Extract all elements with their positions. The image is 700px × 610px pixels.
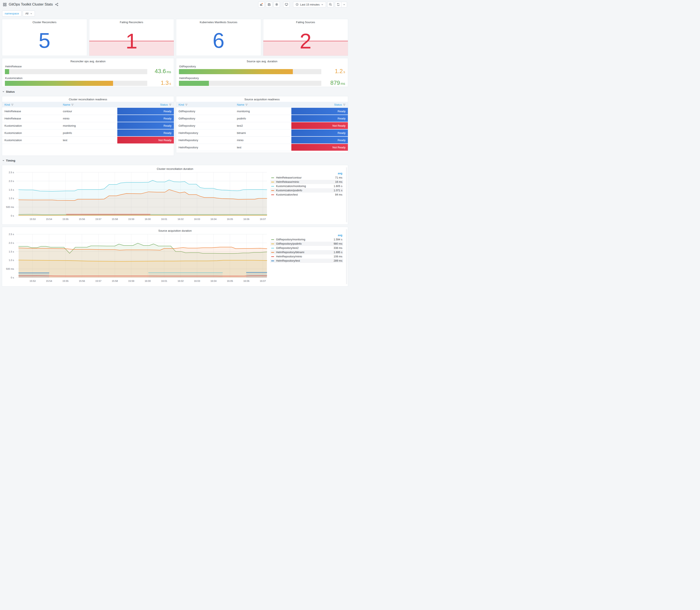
legend-avg-value: 980 ms	[333, 242, 342, 245]
legend-item[interactable]: GitRepository/podinfo980 ms	[270, 242, 343, 246]
legend-item[interactable]: HelmRepository/test289 ms	[270, 259, 343, 263]
y-axis-tick: 2.5 s	[9, 171, 14, 174]
cell-kind: GitRepository	[176, 115, 234, 122]
panel-scrollbar[interactable]	[346, 229, 347, 284]
cell-status: Not Ready	[291, 144, 348, 151]
column-header-name[interactable]: Name	[61, 102, 117, 108]
x-axis-tick: 15:54	[46, 280, 52, 282]
column-header-status[interactable]: Status	[291, 102, 348, 108]
column-header-status[interactable]: Status	[117, 102, 174, 108]
x-axis-tick: 16:03	[194, 280, 200, 282]
apps-grid-icon[interactable]	[3, 3, 6, 6]
legend-item[interactable]: HelmRepository/bitnami1.695 s	[270, 250, 343, 254]
panel-title[interactable]: Source acquisition readiness	[176, 96, 348, 101]
legend-item[interactable]: Kustomization/podinfo1.071 s	[270, 188, 343, 193]
chevron-down-icon	[321, 3, 323, 6]
table-row: HelmRepositorybitnamiReady	[176, 129, 348, 137]
time-range-label: Last 15 minutes	[300, 3, 320, 6]
legend-item[interactable]: HelmRelease/contour71 ms	[270, 176, 343, 180]
panel-title[interactable]: Failing Reconcilers	[89, 19, 174, 24]
gauge-rows: HelmRelease43.6msKustomization1.3s	[5, 65, 171, 86]
section-header-timing[interactable]: Timing	[2, 158, 348, 163]
x-axis-tick: 15:59	[128, 218, 134, 220]
x-axis-tick: 15:55	[63, 218, 69, 220]
gauge-label: GitRepository	[179, 65, 345, 68]
refresh-interval-caret[interactable]	[341, 2, 347, 7]
x-axis-tick: 15:56	[79, 280, 85, 282]
legend-series-name[interactable]: Kustomization/podinfo	[276, 189, 333, 192]
y-axis-tick: 1.5 s	[9, 251, 14, 253]
y-axis-tick: 1.0 s	[9, 197, 14, 199]
panel-title[interactable]: Cluster reconciliation duration	[4, 166, 346, 171]
panel-title[interactable]: Cluster reconciliation readiness	[2, 96, 174, 101]
legend-item[interactable]: GitRepository/test2338 ms	[270, 246, 343, 250]
legend-series-name[interactable]: HelmRepository/test	[276, 259, 333, 262]
readiness-table: KindNameStatusHelmReleasecontourReadyHel…	[2, 102, 174, 144]
timeseries-plot[interactable]: 15:5315:5415:5515:5615:5715:5815:5916:00…	[4, 171, 270, 222]
legend-series-name[interactable]: HelmRelease/contour	[276, 176, 335, 179]
share-icon[interactable]	[55, 3, 59, 6]
legend-series-name[interactable]: HelmRepository/minio	[276, 255, 333, 258]
variable-namespace-label[interactable]: namespace	[2, 11, 21, 16]
legend-series-name[interactable]: GitRepository/test2	[276, 246, 333, 250]
time-range-picker[interactable]: Last 15 minutes	[293, 2, 326, 7]
legend-series-name[interactable]: GitRepository/podinfo	[276, 242, 333, 245]
panel-title[interactable]: Kubernetes Manifests Sources	[176, 19, 261, 24]
cell-kind: HelmRepository	[176, 144, 234, 151]
panel-title[interactable]: Reconciler ops avg. duration	[5, 58, 171, 63]
status-badge: Not Ready	[117, 137, 174, 143]
x-axis-tick: 16:01	[161, 218, 167, 220]
column-header-kind[interactable]: Kind	[2, 102, 61, 108]
gauge-label: HelmRelease	[5, 65, 171, 68]
legend-item[interactable]: HelmRepository/minio108 ms	[270, 254, 343, 259]
stats-row: Cluster Reconcilers 5 Failing Reconciler…	[2, 19, 348, 56]
cell-status: Ready	[117, 122, 174, 129]
x-axis-tick: 15:53	[30, 218, 36, 220]
series-color-dash-icon	[271, 182, 274, 182]
y-axis-tick: 500 ms	[6, 268, 14, 270]
variable-namespace-value-dropdown[interactable]: All	[23, 11, 35, 16]
column-header-name[interactable]: Name	[234, 102, 291, 108]
x-axis-tick: 16:02	[177, 218, 184, 220]
settings-gear-button[interactable]	[274, 2, 280, 7]
y-axis-tick: 2.0 s	[9, 180, 14, 182]
stat-panel-failing-reconcilers: Failing Reconcilers 1	[89, 19, 174, 56]
panel-title[interactable]: Cluster Reconcilers	[2, 19, 87, 24]
x-axis-tick: 16:06	[243, 280, 249, 282]
x-axis-tick: 15:53	[30, 280, 36, 282]
cycle-view-mode-button[interactable]	[283, 2, 290, 7]
x-axis-tick: 16:06	[243, 218, 249, 220]
x-axis-tick: 16:00	[145, 280, 151, 282]
legend-avg-value: 1.594 s	[333, 238, 342, 241]
legend-series-name[interactable]: HelmRepository/bitnami	[276, 251, 333, 254]
legend-avg-value: 338 ms	[333, 246, 342, 250]
series-color-dash-icon	[271, 190, 274, 191]
legend-series-name[interactable]: Kustomization/test	[276, 193, 335, 196]
zoom-out-button[interactable]	[327, 2, 333, 7]
section-header-status[interactable]: Status	[2, 89, 348, 94]
legend-item[interactable]: GitRepository/monitoring1.594 s	[270, 237, 343, 242]
legend-series-name[interactable]: GitRepository/monitoring	[276, 238, 333, 241]
column-header-kind[interactable]: Kind	[176, 102, 234, 108]
panel-scrollbar[interactable]	[346, 167, 347, 222]
panel-title[interactable]: Source ops avg. duration	[179, 58, 345, 63]
gauge-bar	[5, 81, 147, 86]
gauge-bar	[179, 81, 321, 86]
add-panel-button[interactable]	[258, 2, 264, 7]
legend-item[interactable]: Kustomization/test84 ms	[270, 193, 343, 197]
timeseries-plot[interactable]: 15:5315:5415:5515:5615:5715:5815:5916:00…	[4, 232, 270, 284]
panel-title[interactable]: Failing Sources	[263, 19, 348, 24]
series-color-dash-icon	[271, 261, 274, 261]
refresh-button[interactable]	[335, 2, 341, 7]
save-dashboard-button[interactable]	[266, 2, 272, 7]
legend-avg-header[interactable]: avg	[270, 172, 343, 176]
panel-title[interactable]: Source acquisition duration	[4, 228, 346, 232]
cell-name: bitnami	[234, 129, 291, 137]
legend-item[interactable]: Kustomization/monitoring1.605 s	[270, 184, 343, 188]
legend-series-name[interactable]: HelmRelease/minio	[276, 180, 335, 183]
table-row: HelmReleaseminioReady	[2, 115, 174, 122]
legend-series-name[interactable]: Kustomization/monitoring	[276, 185, 333, 188]
legend-item[interactable]: HelmRelease/minio16 ms	[270, 180, 343, 184]
legend-avg-header[interactable]: avg	[270, 234, 343, 237]
table-row: HelmReleasecontourReady	[2, 108, 174, 115]
